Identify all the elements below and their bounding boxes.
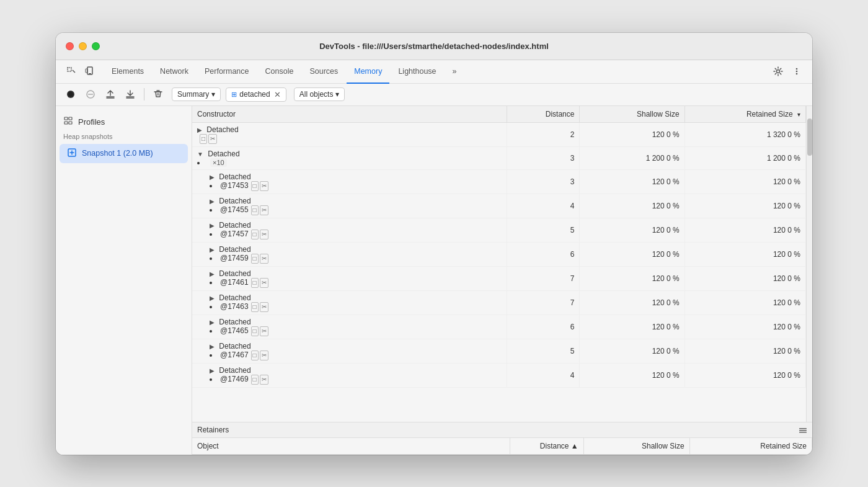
constructor-cell[interactable]: ▶ Detached □✂ xyxy=(192,122,507,146)
table-row[interactable]: ▶ Detached @17455□✂ 4 120 0 % 120 0 % xyxy=(192,194,806,218)
table-row[interactable]: ▶ Detached @17463□✂ 7 120 0 % 120 0 % xyxy=(192,290,806,315)
shallow-val: 120 xyxy=(652,274,665,283)
tab-performance[interactable]: Performance xyxy=(197,60,257,84)
scrollbar-thumb[interactable] xyxy=(807,118,812,156)
retained-cell: 120 0 % xyxy=(684,169,805,194)
constructor-cell[interactable]: ▶ Detached @17453□✂ xyxy=(192,169,507,194)
shallow-val: 120 xyxy=(652,371,665,380)
distance-cell: 5 xyxy=(507,339,580,363)
retainer-col-distance: Distance ▲ xyxy=(510,438,583,455)
node-icons: □✂ xyxy=(251,326,268,336)
main-layout: Profiles Heap snapshots Snapshot 1 (2.0 … xyxy=(56,106,812,455)
constructor-cell[interactable]: ▶ Detached @17461□✂ xyxy=(192,266,507,290)
svg-rect-0 xyxy=(68,68,71,71)
minimize-button[interactable] xyxy=(79,42,87,50)
tab-network[interactable]: Network xyxy=(153,60,196,84)
expand-arrow: ▶ xyxy=(210,246,215,253)
summary-dropdown[interactable]: Summary ▾ xyxy=(172,87,221,101)
constructor-cell[interactable]: ▶ Detached @17469□✂ xyxy=(192,363,507,387)
constructor-cell[interactable]: ▶ Detached @17455□✂ xyxy=(192,194,507,218)
objects-dropdown[interactable]: All objects ▾ xyxy=(294,87,345,101)
record-button[interactable] xyxy=(62,86,79,103)
retained-cell: 120 0 % xyxy=(684,315,805,339)
shallow-cell: 120 0 % xyxy=(580,290,684,315)
distance-cell: 2 xyxy=(507,122,580,146)
expand-arrow: ▶ xyxy=(210,319,215,326)
retained-cell: 120 0 % xyxy=(684,339,805,363)
constructor-cell[interactable]: ▶ Detached @17457□✂ xyxy=(192,218,507,242)
devtools-window: DevTools - file:///Users/stmarthe/detach… xyxy=(56,33,812,455)
shallow-cell: 120 0 % xyxy=(580,242,684,266)
constructor-name: Detached @17467□✂ xyxy=(210,342,502,360)
table-row[interactable]: ▶ Detached @17457□✂ 5 120 0 % 120 0 % xyxy=(192,218,806,242)
expand-arrow: ▶ xyxy=(210,222,215,229)
tab-more[interactable]: » xyxy=(445,60,464,84)
retainers-table: Object Distance ▲ Shallow Size Retained … xyxy=(192,438,812,455)
filter-icon: ⊞ xyxy=(231,91,237,99)
clear-button[interactable] xyxy=(82,86,99,103)
shallow-pct: 0 % xyxy=(666,323,680,331)
distance-cell: 7 xyxy=(507,290,580,315)
node-icons: □✂ xyxy=(251,254,268,264)
shallow-pct: 0 % xyxy=(666,347,680,355)
svg-rect-17 xyxy=(69,122,72,124)
table-row[interactable]: ▶ Detached □✂ 2 120 0 % 1 320 0 % xyxy=(192,122,806,146)
filter-tag[interactable]: ⊞ detached ✕ xyxy=(226,87,286,102)
table-row[interactable]: ▶ Detached @17461□✂ 7 120 0 % 120 0 % xyxy=(192,266,806,290)
maximize-button[interactable] xyxy=(92,42,100,50)
tab-sources[interactable]: Sources xyxy=(302,60,345,84)
more-options-icon[interactable] xyxy=(789,63,805,79)
tab-console[interactable]: Console xyxy=(258,60,301,84)
upload-button[interactable] xyxy=(102,86,119,103)
filter-close-button[interactable]: ✕ xyxy=(274,90,281,99)
retained-val: 120 xyxy=(773,274,786,283)
retained-pct: 0 % xyxy=(787,226,800,235)
constructor-cell[interactable]: ▶ Detached @17463□✂ xyxy=(192,290,507,315)
inspect-element-icon[interactable] xyxy=(63,63,79,79)
device-toolbar-icon[interactable] xyxy=(82,63,98,79)
settings-icon[interactable] xyxy=(770,63,786,79)
scrollbar[interactable] xyxy=(806,106,812,422)
retainers-panel: Retainers Object Dis xyxy=(192,422,812,455)
retained-pct: 0 % xyxy=(787,371,800,380)
svg-rect-21 xyxy=(799,432,807,433)
constructor-name: Detached @17463□✂ xyxy=(210,293,502,312)
table-row[interactable]: ▶ Detached @17469□✂ 4 120 0 % 120 0 % xyxy=(192,363,806,387)
distance-cell: 6 xyxy=(507,242,580,266)
table-row[interactable]: ▶ Detached @17453□✂ 3 120 0 % 120 0 % xyxy=(192,169,806,194)
constructor-cell[interactable]: ▶ Detached @17467□✂ xyxy=(192,339,507,363)
node-icons: □✂ xyxy=(251,230,268,239)
constructor-cell[interactable]: ▶ Detached @17465□✂ xyxy=(192,315,507,339)
main-table-container[interactable]: Constructor Distance Shallow Size Retain… xyxy=(192,106,812,422)
retained-pct: 0 % xyxy=(787,202,800,210)
retained-val: 120 xyxy=(773,323,786,331)
tab-memory[interactable]: Memory xyxy=(347,60,389,84)
tab-elements[interactable]: Elements xyxy=(104,60,151,84)
constructor-name: Detached @17459□✂ xyxy=(210,245,502,264)
node-icons: □✂ xyxy=(251,278,268,288)
table-row[interactable]: ▶ Detached @17465□✂ 6 120 0 % 120 0 % xyxy=(192,315,806,339)
download-button[interactable] xyxy=(122,86,139,103)
expand-arrow: ▶ xyxy=(210,198,215,205)
retained-pct: 0 % xyxy=(787,250,800,259)
node-icons: □✂ xyxy=(251,302,268,312)
constructor-cell[interactable]: ▼ Detached ×10 xyxy=(192,146,507,169)
distance-cell: 7 xyxy=(507,266,580,290)
constructor-cell[interactable]: ▶ Detached @17459□✂ xyxy=(192,242,507,266)
table-row[interactable]: ▼ Detached ×10 3 1 200 0 % 1 200 0 % xyxy=(192,146,806,169)
close-button[interactable] xyxy=(66,42,74,50)
node-icons: □✂ xyxy=(251,205,268,215)
table-row[interactable]: ▶ Detached @17459□✂ 6 120 0 % 120 0 % xyxy=(192,242,806,266)
shallow-pct: 0 % xyxy=(666,226,680,235)
constructor-name: Detached @17453□✂ xyxy=(210,172,502,191)
tab-lighthouse[interactable]: Lighthouse xyxy=(391,60,443,84)
shallow-cell: 1 200 0 % xyxy=(580,146,684,169)
table-row[interactable]: ▶ Detached @17467□✂ 5 120 0 % 120 0 % xyxy=(192,339,806,363)
retainers-menu-icon[interactable] xyxy=(799,426,807,434)
shallow-cell: 120 0 % xyxy=(580,194,684,218)
shallow-val: 120 xyxy=(652,323,665,331)
expand-arrow: ▶ xyxy=(210,270,215,277)
collect-garbage-button[interactable] xyxy=(149,86,167,103)
shallow-pct: 0 % xyxy=(666,250,680,259)
snapshot-item[interactable]: Snapshot 1 (2.0 MB) xyxy=(60,144,188,163)
